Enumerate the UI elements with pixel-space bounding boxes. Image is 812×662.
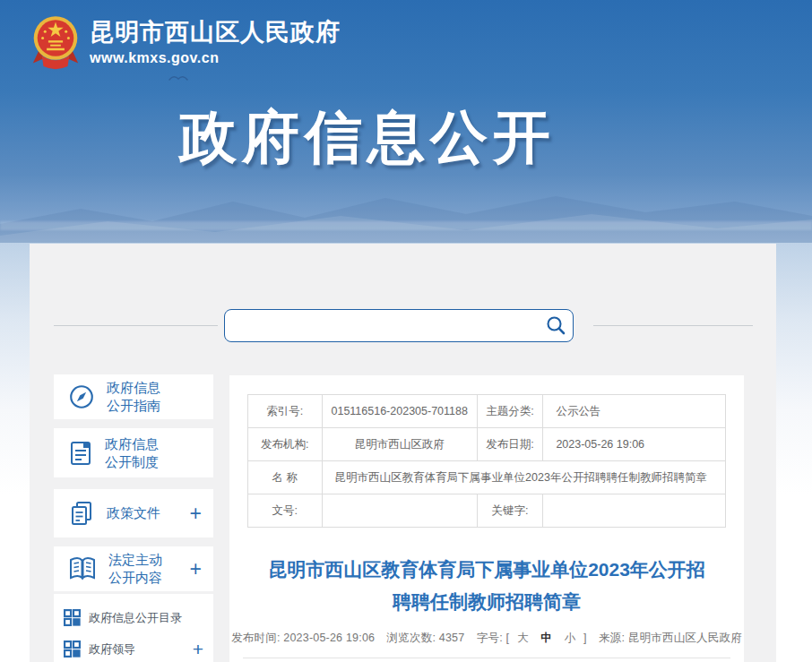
sidebar-item-guide[interactable]: 政府信息 公开指南 <box>54 374 213 419</box>
sidebar-link-group: 政府信息公开目录 政府领导 + <box>54 594 213 662</box>
sidebar-item-policy-files[interactable]: 政策文件 + <box>54 489 213 537</box>
sidebar-item-government-leaders[interactable]: 政府领导 + <box>54 633 213 662</box>
expand-plus-icon[interactable]: + <box>190 559 202 580</box>
fontsize-label: 字号: <box>477 632 503 644</box>
fontsize-small-button[interactable]: 小 <box>560 632 581 644</box>
divider-line <box>54 325 218 326</box>
index-number-label: 索引号: <box>248 395 323 428</box>
topic-category-label: 主题分类: <box>477 395 543 428</box>
expand-plus-icon[interactable]: + <box>190 503 202 524</box>
expand-plus-icon[interactable]: + <box>193 640 203 658</box>
grid-icon <box>64 641 81 658</box>
sidebar-item-label: 公开制度 <box>105 453 159 471</box>
search-box <box>224 309 574 342</box>
haze-decoration <box>0 221 812 230</box>
publisher-label: 发布机构: <box>248 428 323 461</box>
sidebar-item-label: 法定主动 <box>108 551 162 569</box>
sidebar-item-system[interactable]: 政府信息 公开制度 <box>54 428 213 477</box>
views-value: 4357 <box>439 632 465 644</box>
topic-category-value: 公示公告 <box>543 395 726 428</box>
compass-icon <box>68 383 95 410</box>
fontsize-large-button[interactable]: 大 <box>513 632 533 644</box>
publish-date-value: 2023-05-26 19:06 <box>543 428 726 461</box>
fontsize-medium-button[interactable]: 中 <box>536 632 557 644</box>
content-divider <box>243 658 730 658</box>
sidebar-item-label: 政府信息 <box>107 379 160 397</box>
document-info-table: 索引号: 015116516-202305-701188 主题分类: 公示公告 … <box>247 394 726 528</box>
sidebar-item-label: 公开内容 <box>108 569 162 587</box>
bracket-open: [ <box>506 632 510 644</box>
table-row: 文号: 关键字: <box>248 494 726 528</box>
documents-icon <box>68 500 95 527</box>
sidebar-item-label: 政府信息 <box>105 435 159 453</box>
divider-line <box>593 325 753 326</box>
page: 昆明市西山区人民政府 www.kmxs.gov.cn 政府信息公开 <box>0 0 812 662</box>
mountain-decoration <box>0 175 812 243</box>
sidebar: 政府信息 公开指南 政府信息 公开制度 <box>54 374 213 662</box>
sidebar-item-label: 政府领导 <box>89 641 135 658</box>
keywords-value <box>543 494 726 528</box>
sidebar-item-statutory-disclosure[interactable]: 法定主动 公开内容 + <box>54 546 213 591</box>
table-row: 名 称 昆明市西山区教育体育局下属事业单位2023年公开招聘聘任制教师招聘简章 <box>248 461 726 494</box>
publish-time-label: 发布时间: <box>231 632 280 644</box>
source-label: 来源: <box>599 632 625 644</box>
doc-number-value <box>322 494 477 528</box>
main-content: 索引号: 015116516-202305-701188 主题分类: 公示公告 … <box>229 375 744 662</box>
name-label: 名 称 <box>248 461 323 494</box>
article-meta: 发布时间: 2023-05-26 19:06 浏览次数: 4357 字号: [ … <box>229 631 744 646</box>
publish-date-label: 发布日期: <box>477 428 543 461</box>
publish-time-value: 2023-05-26 19:06 <box>283 632 375 644</box>
search-icon <box>545 314 567 337</box>
site-url[interactable]: www.kmxs.gov.cn <box>90 50 341 66</box>
site-header: 昆明市西山区人民政府 www.kmxs.gov.cn <box>31 13 341 71</box>
banner: 昆明市西山区人民政府 www.kmxs.gov.cn 政府信息公开 <box>0 0 812 243</box>
search-button[interactable] <box>539 310 573 341</box>
views-label: 浏览次数: <box>387 632 436 644</box>
content-panel: 政府信息 公开指南 政府信息 公开制度 <box>30 244 776 662</box>
banner-title: 政府信息公开 <box>134 99 600 176</box>
national-emblem-icon[interactable] <box>31 13 80 71</box>
article-title: 昆明市西山区教育体育局下属事业单位2023年公开招聘聘任制教师招聘简章 <box>229 554 744 618</box>
table-row: 索引号: 015116516-202305-701188 主题分类: 公示公告 <box>248 395 726 428</box>
doc-number-label: 文号: <box>248 494 323 528</box>
name-value: 昆明市西山区教育体育局下属事业单位2023年公开招聘聘任制教师招聘简章 <box>322 461 725 494</box>
bracket-close: ] <box>583 632 587 644</box>
sidebar-item-info-catalog[interactable]: 政府信息公开目录 <box>54 602 213 633</box>
sidebar-item-label: 政府信息公开目录 <box>89 610 182 626</box>
open-book-icon <box>68 556 97 581</box>
grid-icon <box>64 609 81 626</box>
keywords-label: 关键字: <box>477 494 543 528</box>
sidebar-item-label: 政策文件 <box>107 504 160 522</box>
table-row: 发布机构: 昆明市西山区政府 发布日期: 2023-05-26 19:06 <box>248 428 726 461</box>
publisher-value: 昆明市西山区政府 <box>322 428 477 461</box>
site-name[interactable]: 昆明市西山区人民政府 <box>90 18 341 47</box>
document-icon <box>68 440 93 467</box>
search-input[interactable] <box>225 310 539 341</box>
source-value: 昆明市西山区人民政府 <box>628 632 742 644</box>
bird-icon <box>168 73 188 82</box>
sidebar-item-label: 公开指南 <box>107 397 160 415</box>
index-number-value: 015116516-202305-701188 <box>322 395 477 428</box>
